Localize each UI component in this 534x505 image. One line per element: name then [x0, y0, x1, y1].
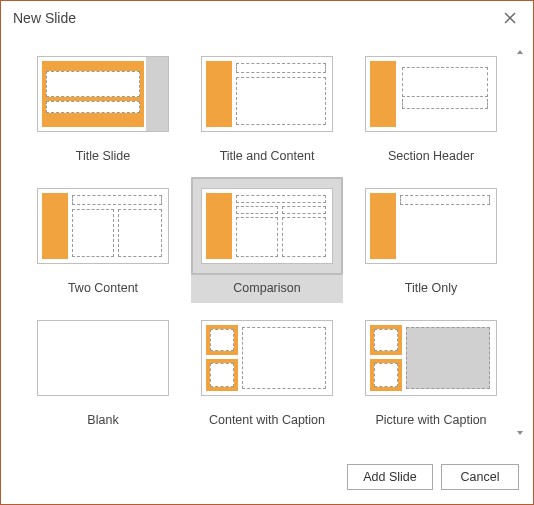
layout-label: Picture with Caption [355, 413, 507, 433]
scrollbar[interactable] [513, 45, 527, 440]
layout-label: Comparison [191, 281, 343, 301]
layout-option-picture-with-caption[interactable]: Picture with Caption [355, 309, 507, 435]
layout-option-section-header[interactable]: Section Header [355, 45, 507, 171]
titlebar: New Slide [1, 1, 533, 35]
layout-label: Section Header [355, 149, 507, 169]
layout-option-comparison[interactable]: Comparison [191, 177, 343, 303]
cancel-button[interactable]: Cancel [441, 464, 519, 490]
layout-option-content-with-caption[interactable]: Content with Caption [191, 309, 343, 435]
layout-option-title-and-content[interactable]: Title and Content [191, 45, 343, 171]
close-icon [504, 12, 516, 24]
layout-grid: Title Slide Title and Content [27, 45, 513, 435]
layout-option-title-slide[interactable]: Title Slide [27, 45, 179, 171]
scroll-down-arrow[interactable] [513, 426, 527, 440]
layout-label: Title Slide [27, 149, 179, 169]
layout-label: Blank [27, 413, 179, 433]
add-slide-button[interactable]: Add Slide [347, 464, 433, 490]
layout-label: Content with Caption [191, 413, 343, 433]
close-button[interactable] [495, 6, 525, 30]
layout-option-title-only[interactable]: Title Only [355, 177, 507, 303]
dialog-title: New Slide [13, 10, 76, 26]
chevron-up-icon [516, 48, 524, 56]
svg-marker-3 [517, 431, 523, 435]
dialog-footer: Add Slide Cancel [1, 450, 533, 504]
svg-marker-2 [517, 50, 523, 54]
layout-option-two-content[interactable]: Two Content [27, 177, 179, 303]
layout-option-blank[interactable]: Blank [27, 309, 179, 435]
layout-label: Title and Content [191, 149, 343, 169]
dialog-body: Title Slide Title and Content [1, 35, 533, 450]
layout-label: Two Content [27, 281, 179, 301]
layout-label: Title Only [355, 281, 507, 301]
scroll-up-arrow[interactable] [513, 45, 527, 59]
new-slide-dialog: New Slide Title Slide [0, 0, 534, 505]
chevron-down-icon [516, 429, 524, 437]
